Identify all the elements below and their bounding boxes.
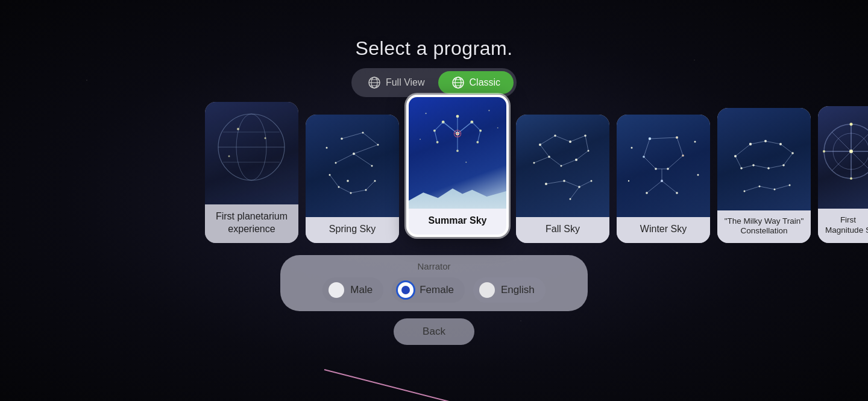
narrator-panel: Narrator Male Female English xyxy=(280,255,588,311)
classic-view-button[interactable]: Classic xyxy=(438,71,514,94)
svg-point-109 xyxy=(631,147,633,149)
svg-line-76 xyxy=(585,136,588,151)
svg-line-136 xyxy=(744,186,760,191)
female-radio-label: Female xyxy=(420,284,454,296)
svg-line-135 xyxy=(760,186,775,189)
svg-line-29 xyxy=(336,154,354,163)
full-view-button[interactable]: Full View xyxy=(354,71,438,94)
full-view-label: Full View xyxy=(386,77,425,88)
svg-line-54 xyxy=(477,131,480,142)
svg-line-27 xyxy=(363,133,378,145)
svg-line-36 xyxy=(330,175,339,187)
svg-line-78 xyxy=(561,160,576,166)
svg-line-81 xyxy=(540,145,549,157)
svg-point-145 xyxy=(850,177,852,180)
svg-line-26 xyxy=(342,133,363,139)
card-label-fall-sky: Fall Sky xyxy=(516,217,609,243)
svg-line-77 xyxy=(576,151,588,160)
card-spring-sky[interactable]: Spring Sky xyxy=(306,115,399,243)
card-label-winter-sky: Winter Sky xyxy=(617,217,710,243)
svg-point-111 xyxy=(697,174,699,176)
card-winter-sky[interactable]: Winter Sky xyxy=(617,115,710,243)
svg-line-53 xyxy=(472,122,480,131)
svg-point-144 xyxy=(850,122,853,125)
card-first-planetarium[interactable]: First planetarium experience xyxy=(205,102,298,243)
svg-line-74 xyxy=(555,136,570,142)
svg-line-128 xyxy=(753,165,769,168)
svg-line-129 xyxy=(741,165,753,168)
svg-line-90 xyxy=(570,187,579,199)
svg-point-146 xyxy=(823,150,825,153)
svg-line-88 xyxy=(564,181,579,187)
svg-line-137 xyxy=(775,185,790,189)
svg-line-50 xyxy=(435,122,443,131)
svg-point-110 xyxy=(694,141,696,143)
svg-point-60 xyxy=(488,110,489,111)
card-milky-way[interactable]: "The Milky Way Train" Constellation xyxy=(717,108,811,243)
svg-line-127 xyxy=(769,165,784,168)
svg-point-59 xyxy=(425,113,426,114)
english-radio-label: English xyxy=(501,284,535,296)
card-label-summer-sky: Summar Sky xyxy=(409,209,506,235)
svg-point-62 xyxy=(420,139,421,140)
globe-icon-full xyxy=(368,76,381,89)
svg-point-112 xyxy=(628,180,629,182)
svg-line-39 xyxy=(366,181,375,190)
narrator-language-option[interactable]: English xyxy=(473,277,546,303)
page-title: Select a program. xyxy=(355,37,512,60)
svg-line-102 xyxy=(677,137,683,156)
svg-point-17 xyxy=(228,156,230,157)
svg-line-130 xyxy=(735,156,741,168)
classic-view-label: Classic xyxy=(470,77,501,88)
card-label-milky-way: "The Milky Way Train" Constellation xyxy=(717,210,811,243)
svg-line-108 xyxy=(662,181,677,193)
svg-line-124 xyxy=(766,141,781,144)
svg-line-126 xyxy=(784,153,793,165)
svg-line-87 xyxy=(546,181,564,184)
svg-point-25 xyxy=(347,180,349,182)
card-summer-sky[interactable]: Summar Sky xyxy=(406,95,509,237)
view-toggle-group: Full View Classic xyxy=(351,68,517,97)
narrator-male-option[interactable]: Male xyxy=(322,277,383,303)
svg-line-75 xyxy=(570,136,585,142)
svg-line-100 xyxy=(650,137,677,139)
svg-point-148 xyxy=(849,150,853,153)
card-label-spring-sky: Spring Sky xyxy=(306,217,399,243)
male-radio-circle xyxy=(329,282,344,298)
svg-point-15 xyxy=(237,128,239,130)
narrator-label: Narrator xyxy=(417,261,450,271)
svg-line-122 xyxy=(735,144,750,156)
svg-point-61 xyxy=(497,127,498,128)
svg-line-30 xyxy=(354,154,372,166)
svg-line-125 xyxy=(781,144,793,153)
svg-line-28 xyxy=(354,145,378,154)
svg-line-104 xyxy=(668,156,683,169)
cards-area: First planetarium experience xyxy=(0,110,868,243)
card-label-first-planetarium: First planetarium experience xyxy=(205,204,298,243)
svg-line-38 xyxy=(351,190,366,193)
svg-line-80 xyxy=(534,157,549,163)
svg-line-52 xyxy=(458,122,472,134)
svg-line-149 xyxy=(324,370,536,401)
card-label-first-magnitude: First Magnitude S xyxy=(818,209,868,243)
female-radio-circle xyxy=(398,282,414,298)
svg-line-123 xyxy=(750,141,766,144)
svg-line-49 xyxy=(443,122,458,134)
svg-line-73 xyxy=(540,136,555,145)
card-first-magnitude[interactable]: First Magnitude S xyxy=(818,106,868,243)
back-button[interactable]: Back xyxy=(394,318,474,345)
english-radio-circle xyxy=(479,282,495,298)
svg-line-37 xyxy=(339,187,351,193)
card-fall-sky[interactable]: Fall Sky xyxy=(516,115,609,243)
svg-point-16 xyxy=(265,137,266,139)
svg-line-103 xyxy=(644,157,656,169)
svg-line-101 xyxy=(644,139,650,157)
svg-line-51 xyxy=(435,131,438,142)
svg-line-89 xyxy=(579,181,591,187)
svg-point-63 xyxy=(465,162,467,163)
narrator-female-option[interactable]: Female xyxy=(392,277,465,303)
svg-point-24 xyxy=(326,147,328,149)
svg-line-79 xyxy=(549,157,561,166)
globe-icon-classic xyxy=(451,76,465,89)
svg-line-107 xyxy=(647,181,662,193)
